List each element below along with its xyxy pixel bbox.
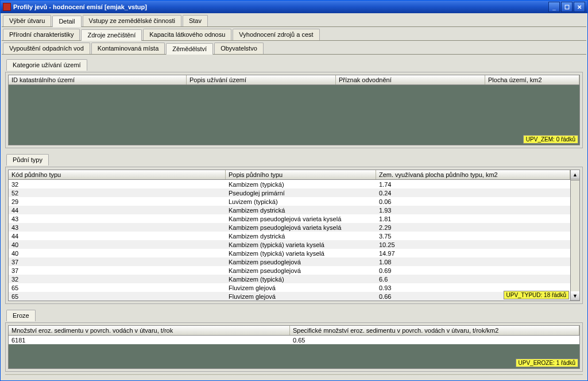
cell-popis: Fluvizem glejová bbox=[226, 293, 376, 301]
kategorie-grid-body: UPV_ZEM: 0 řádků bbox=[8, 85, 580, 145]
cell-popis: Kambizem pseudoglejová varieta kyselá bbox=[226, 215, 376, 223]
tab-zemedelstvi[interactable]: Zěmědělství bbox=[166, 43, 213, 55]
table-row[interactable]: 61810.65 bbox=[9, 336, 579, 344]
cell-plocha: 6.6 bbox=[376, 275, 570, 283]
cell-plocha: 0.24 bbox=[376, 189, 570, 197]
cell-plocha: 2.29 bbox=[376, 224, 570, 232]
window-title: Profily jevů - hodnocení emisí [emjak_vs… bbox=[13, 3, 147, 10]
eroze-grid-header: Množství eroz. sedimentu v povrch. vodác… bbox=[8, 325, 580, 336]
eroze-rows: 61810.65 bbox=[9, 336, 579, 344]
cell-kod: 32 bbox=[9, 180, 226, 188]
cell-kod: 40 bbox=[9, 241, 226, 249]
kategorie-tab[interactable]: Kategorie užívání území bbox=[6, 59, 87, 71]
kategorie-col-popis[interactable]: Popis užívání území bbox=[187, 75, 336, 84]
cell-kod: 40 bbox=[9, 249, 226, 257]
table-row[interactable]: 29Luvizem (typická)0.06 bbox=[9, 197, 570, 206]
cell-popis: Luvizem (typická) bbox=[226, 198, 376, 206]
cell-kod: 43 bbox=[9, 224, 226, 232]
tab-kapacita[interactable]: Kapacita látkového odnosu bbox=[143, 29, 231, 40]
eroze-grid-body: 61810.65 UPV_EROZE: 1 řádků bbox=[8, 336, 580, 369]
cell-kod: 44 bbox=[9, 232, 226, 240]
cell-kod: 37 bbox=[9, 258, 226, 266]
table-row[interactable]: 32Kambizem (typická)6.6 bbox=[9, 275, 570, 283]
cell-plocha: 1.81 bbox=[376, 215, 570, 223]
table-row[interactable]: 43Kambizem pseudoglejová varieta kyselá1… bbox=[9, 214, 570, 223]
minimize-button[interactable]: _ bbox=[548, 2, 560, 12]
cell-plocha: 0.06 bbox=[376, 198, 570, 206]
kategorie-grid-header: ID katastrálního území Popis užívání úze… bbox=[8, 75, 580, 85]
cell-popis: Kambizem dystrická bbox=[226, 232, 376, 240]
pudni-scroll-down-icon[interactable]: ▼ bbox=[571, 291, 579, 301]
cell-plocha: 1.93 bbox=[376, 206, 570, 214]
tab-detail[interactable]: Detail bbox=[52, 16, 81, 27]
cell-popis: Kambizem pseudoglejová bbox=[226, 258, 376, 266]
sub2-tabstrip: Vypouštění odpadních vod Kontaminovaná m… bbox=[2, 42, 586, 55]
cell-popis: Kambizem (typická) bbox=[226, 275, 376, 283]
tab-vstupy-zemed[interactable]: Vstupy ze zemědělské činnosti bbox=[83, 15, 181, 26]
titlebar: Profily jevů - hodnocení emisí [emjak_vs… bbox=[1, 1, 587, 13]
tab-zdroje[interactable]: Zdroje znečištění bbox=[81, 29, 142, 41]
tab-stav[interactable]: Stav bbox=[183, 15, 208, 26]
maximize-button[interactable]: ☐ bbox=[561, 2, 572, 12]
app-window: Profily jevů - hodnocení emisí [emjak_vs… bbox=[0, 0, 588, 381]
tab-vyhodnoceni[interactable]: Vyhodnocení zdrojů a cest bbox=[233, 29, 319, 40]
cell-popis: Kambizem pseudoglejová varieta kyselá bbox=[226, 224, 376, 232]
table-row[interactable]: 40Kambizem (typická) varieta kyselá14.97 bbox=[9, 249, 570, 257]
sub-tabstrip: Přírodní charakteristiky Zdroje znečiště… bbox=[2, 28, 586, 41]
pudni-col-kod[interactable]: Kód půdního typu bbox=[9, 170, 226, 179]
cell-popis: Fluvizem glejová bbox=[226, 284, 376, 292]
app-icon bbox=[3, 3, 11, 11]
cell-plocha: 14.97 bbox=[376, 249, 570, 257]
cell-kod: 29 bbox=[9, 198, 226, 206]
cell-popis: Kambizem pseudoglejová bbox=[226, 267, 376, 275]
pudni-scroll-up-icon[interactable]: ▲ bbox=[571, 170, 579, 179]
table-row[interactable]: 32Kambizem (typická)1.74 bbox=[9, 180, 570, 188]
pudni-col-plocha[interactable]: Zem. využívaná plocha půdního typu, km2 bbox=[376, 170, 570, 179]
eroze-col-specificke[interactable]: Specifické množství eroz. sedimentu v po… bbox=[290, 326, 579, 335]
table-row[interactable]: 40Kambizem (typická) varieta kyselá10.25 bbox=[9, 240, 570, 249]
pudni-rows: 32Kambizem (typická)1.7452Pseudoglej pri… bbox=[9, 180, 570, 301]
eroze-col-mnozstvi[interactable]: Množství eroz. sedimentu v povrch. vodác… bbox=[9, 326, 290, 335]
cell-kod: 65 bbox=[9, 284, 226, 292]
cell-kod: 52 bbox=[9, 189, 226, 197]
pudni-groupbox: Kód půdního typu Popis půdního typu Zem.… bbox=[5, 167, 583, 304]
pudni-scrollbar[interactable]: ▼ bbox=[571, 180, 580, 301]
kategorie-tab-wrap: Kategorie užívání území bbox=[5, 58, 583, 71]
cell-mnozstvi: 6181 bbox=[9, 336, 290, 344]
cell-plocha: 0.69 bbox=[376, 267, 570, 275]
eroze-status: UPV_EROZE: 1 řádků bbox=[516, 359, 578, 367]
table-row[interactable]: 52Pseudoglej primární0.24 bbox=[9, 188, 570, 197]
table-row[interactable]: 44Kambizem dystrická3.75 bbox=[9, 232, 570, 240]
pudni-grid-header: Kód půdního typu Popis půdního typu Zem.… bbox=[8, 170, 571, 180]
kategorie-col-plocha[interactable]: Plocha území, km2 bbox=[485, 75, 579, 84]
table-row[interactable]: 44Kambizem dystrická1.93 bbox=[9, 206, 570, 214]
cell-plocha: 1.74 bbox=[376, 180, 570, 188]
table-row[interactable]: 65Fluvizem glejová0.93 bbox=[9, 283, 570, 292]
cell-kod: 44 bbox=[9, 206, 226, 214]
table-row[interactable]: 37Kambizem pseudoglejová1.08 bbox=[9, 257, 570, 266]
tab-kontaminovana[interactable]: Kontaminovaná místa bbox=[91, 43, 165, 54]
cell-kod: 43 bbox=[9, 215, 226, 223]
table-row[interactable]: 65Fluvizem glejová0.66 bbox=[9, 292, 570, 301]
table-row[interactable]: 43Kambizem pseudoglejová varieta kyselá2… bbox=[9, 223, 570, 232]
main-tabstrip: Výběr útvaru Detail Vstupy ze zemědělské… bbox=[2, 14, 586, 27]
cell-popis: Kambizem (typická) bbox=[226, 180, 376, 188]
table-row[interactable]: 37Kambizem pseudoglejová0.69 bbox=[9, 266, 570, 275]
kategorie-col-id[interactable]: ID katastrálního území bbox=[9, 75, 187, 84]
pudni-col-popis[interactable]: Popis půdního typu bbox=[226, 170, 376, 179]
pudni-tab[interactable]: Půdní typy bbox=[6, 154, 49, 166]
tab-vypousteni[interactable]: Vypouštění odpadních vod bbox=[3, 43, 90, 54]
close-button[interactable]: ✕ bbox=[574, 2, 585, 12]
kategorie-groupbox: ID katastrálního území Popis užívání úze… bbox=[5, 72, 583, 148]
tab-vyber-utvaru[interactable]: Výběr útvaru bbox=[3, 15, 51, 26]
cell-popis: Pseudoglej primární bbox=[226, 189, 376, 197]
eroze-groupbox: Množství eroz. sedimentu v povrch. vodác… bbox=[5, 322, 583, 372]
kategorie-status: UPV_ZEM: 0 řádků bbox=[523, 135, 578, 144]
cell-kod: 37 bbox=[9, 267, 226, 275]
eroze-tab-wrap: Eroze bbox=[5, 309, 583, 321]
tab-prirodni[interactable]: Přírodní charakteristiky bbox=[3, 29, 80, 40]
eroze-tab[interactable]: Eroze bbox=[6, 310, 36, 321]
cell-popis: Kambizem dystrická bbox=[226, 206, 376, 214]
tab-obyvatelstvo[interactable]: Obyvatelstvo bbox=[214, 43, 264, 54]
kategorie-col-priznak[interactable]: Příznak odvodnění bbox=[336, 75, 485, 84]
